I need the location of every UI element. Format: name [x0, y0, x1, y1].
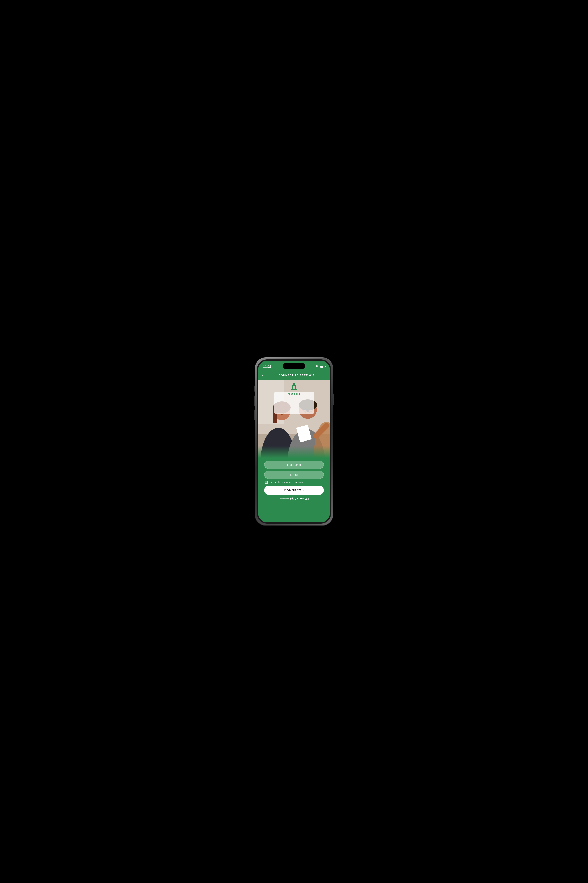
powered-label: Powered by: — [279, 498, 289, 500]
nav-bar: ‹ › CONNECT TO FREE WIFI — [258, 371, 330, 380]
first-name-input[interactable]: First Name — [264, 461, 324, 469]
hero-section: YOUR LOGO — [258, 380, 330, 458]
wifi-icon — [315, 366, 319, 368]
battery-fill — [320, 366, 323, 368]
nav-arrows: ‹ › — [262, 373, 266, 378]
powered-by-section: Powered by: DATAVALET — [279, 497, 309, 500]
email-placeholder: E-mail — [290, 473, 298, 476]
form-section: First Name E-mail I accept the terms and… — [258, 458, 330, 522]
terms-prefix-text: I accept the — [269, 481, 281, 483]
status-icons — [315, 366, 325, 368]
terms-checkbox[interactable] — [265, 481, 268, 484]
connect-chevron-icon: › — [303, 489, 304, 492]
logo-overlay: YOUR LOGO — [288, 382, 300, 395]
phone-screen: 11:23 — [258, 361, 330, 522]
forward-arrow[interactable]: › — [265, 373, 266, 378]
svg-rect-21 — [274, 392, 314, 414]
terms-link[interactable]: terms and conditions — [282, 481, 303, 483]
terms-row: I accept the terms and conditions — [264, 481, 324, 484]
hero-fade — [258, 446, 330, 458]
battery-icon — [320, 366, 325, 368]
status-time: 11:23 — [263, 365, 272, 369]
phone-scene: 11:23 — [252, 355, 336, 528]
volume-up-button — [254, 396, 255, 406]
phone-shell: 11:23 — [255, 357, 333, 526]
first-name-placeholder: First Name — [287, 463, 301, 466]
datavalet-brand-name: DATAVALET — [295, 498, 309, 500]
email-input[interactable]: E-mail — [264, 471, 324, 479]
brand-logo-icon — [289, 382, 299, 393]
volume-down-button — [254, 409, 255, 420]
svg-rect-0 — [292, 386, 293, 390]
page-title: CONNECT TO FREE WIFI — [268, 374, 326, 377]
silent-switch — [254, 385, 255, 392]
datavalet-logo: DATAVALET — [290, 497, 309, 500]
svg-rect-2 — [295, 386, 296, 390]
back-arrow[interactable]: ‹ — [262, 373, 263, 378]
phone-inner: 11:23 — [257, 360, 331, 523]
svg-rect-3 — [291, 390, 297, 390]
connect-label: CONNECT — [284, 489, 302, 492]
datavalet-icon — [290, 497, 294, 500]
power-button — [333, 393, 334, 405]
connect-button[interactable]: CONNECT › — [264, 486, 324, 495]
brand-logo-text: YOUR LOGO — [288, 393, 300, 395]
svg-rect-1 — [294, 386, 294, 390]
dynamic-island — [283, 363, 305, 369]
